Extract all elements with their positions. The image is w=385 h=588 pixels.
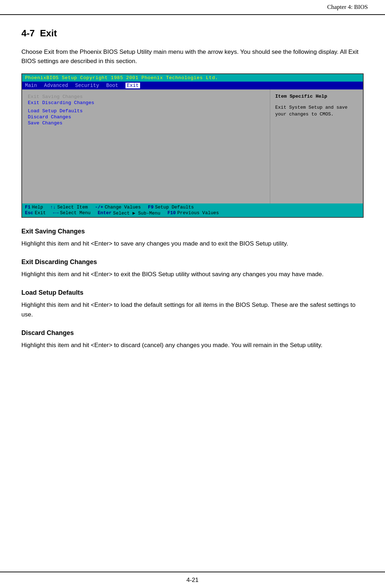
key-enter-label: Select ▶ Sub-Menu — [113, 210, 160, 216]
subsection-title-exit-saving: Exit Saving Changes — [21, 228, 364, 235]
chapter-label: Chapter 4: BIOS — [327, 4, 368, 10]
subsection-text-discard-changes: Highlight this item and hit <Enter> to d… — [21, 340, 364, 350]
key-leftright: ←→ — [53, 210, 59, 216]
key-leftright-label: Select Menu — [60, 210, 91, 216]
bios-key-esc: Esc Exit — [25, 210, 46, 216]
bios-key-plusminus: -/+ Change Values — [95, 205, 141, 210]
bios-menu-bar: Main Advanced Security Boot Exit — [22, 82, 363, 89]
bios-key-leftright: ←→ Select Menu — [53, 210, 91, 216]
subsection-load-defaults: Load Setup Defaults Highlight this item … — [21, 289, 364, 319]
subsection-exit-discarding: Exit Discarding Changes Highlight this i… — [21, 258, 364, 279]
main-content: 4-7 Exit Choose Exit from the Phoenix BI… — [0, 15, 385, 373]
subsection-text-exit-discarding: Highlight this item and hit <Enter> to e… — [21, 269, 364, 279]
page-number: 4-21 — [186, 577, 199, 583]
bios-body: Exit Saving Changes Exit Discarding Chan… — [22, 89, 363, 203]
section-heading: Exit — [40, 28, 57, 38]
bios-item-load-defaults[interactable]: Load Setup Defaults — [28, 108, 264, 114]
key-esc-label: Exit — [35, 210, 46, 216]
subsection-title-discard-changes: Discard Changes — [21, 329, 364, 337]
bios-item-exit-saving[interactable]: Exit Saving Changes — [28, 94, 264, 100]
key-updown: ↑↓ — [50, 205, 56, 210]
bios-menu-security[interactable]: Security — [75, 83, 99, 88]
key-updown-label: Select Item — [57, 205, 88, 210]
key-enter: Enter — [98, 210, 112, 216]
bios-menu-advanced[interactable]: Advanced — [44, 83, 68, 88]
bios-key-enter: Enter Select ▶ Sub-Menu — [98, 210, 160, 216]
key-plusminus-label: Change Values — [105, 205, 141, 210]
intro-paragraph: Choose Exit from the Phoenix BIOS Setup … — [21, 47, 364, 66]
section-number: 4-7 — [21, 28, 35, 38]
bios-menu-main[interactable]: Main — [25, 83, 37, 88]
bios-item-discard-changes[interactable]: Discard Changes — [28, 114, 264, 120]
bios-bottom-row-1: F1 Help ↑↓ Select Item -/+ Change Values… — [25, 205, 360, 210]
bios-key-f9: F9 Setup Defaults — [148, 205, 194, 210]
bios-right-panel: Item Specific Help Exit System Setup and… — [270, 89, 363, 203]
bios-menu-boot[interactable]: Boot — [106, 83, 118, 88]
bios-title-bar: PhoenixBIOS Setup Copyright 1985 2001 Ph… — [22, 74, 363, 82]
key-esc: Esc — [25, 210, 33, 216]
bios-help-title: Item Specific Help — [275, 94, 358, 99]
bios-help-text: Exit System Setup and save your changes … — [275, 104, 358, 118]
subsection-exit-saving: Exit Saving Changes Highlight this item … — [21, 228, 364, 248]
bios-left-panel: Exit Saving Changes Exit Discarding Chan… — [22, 89, 270, 203]
key-plusminus: -/+ — [95, 205, 103, 210]
bios-menu-exit[interactable]: Exit — [125, 83, 140, 88]
bios-key-f10: F10 Previous Values — [168, 210, 219, 216]
subsection-discard-changes: Discard Changes Highlight this item and … — [21, 329, 364, 350]
page-header: Chapter 4: BIOS — [0, 0, 385, 15]
bios-key-updown: ↑↓ Select Item — [50, 205, 88, 210]
bios-item-exit-discarding[interactable]: Exit Discarding Changes — [28, 100, 264, 106]
key-f10-label: Previous Values — [177, 210, 219, 216]
bios-screenshot: PhoenixBIOS Setup Copyright 1985 2001 Ph… — [21, 73, 364, 218]
key-f10: F10 — [168, 210, 176, 216]
page-footer: 4-21 — [0, 572, 385, 588]
section-title: 4-7 Exit — [21, 28, 364, 39]
key-f1: F1 — [25, 205, 31, 210]
key-f9: F9 — [148, 205, 154, 210]
bios-item-save-changes[interactable]: Save Changes — [28, 120, 264, 126]
subsection-title-load-defaults: Load Setup Defaults — [21, 289, 364, 296]
key-f1-label: Help — [32, 205, 43, 210]
subsection-text-exit-saving: Highlight this item and hit <Enter> to s… — [21, 239, 364, 248]
bios-key-f1: F1 Help — [25, 205, 43, 210]
bios-bottom-row-2: Esc Exit ←→ Select Menu Enter Select ▶ S… — [25, 210, 360, 216]
key-f9-label: Setup Defaults — [155, 205, 194, 210]
subsection-text-load-defaults: Highlight this item and hit <Enter> to l… — [21, 300, 364, 319]
subsection-title-exit-discarding: Exit Discarding Changes — [21, 258, 364, 266]
bios-bottom-bar: F1 Help ↑↓ Select Item -/+ Change Values… — [22, 203, 363, 217]
